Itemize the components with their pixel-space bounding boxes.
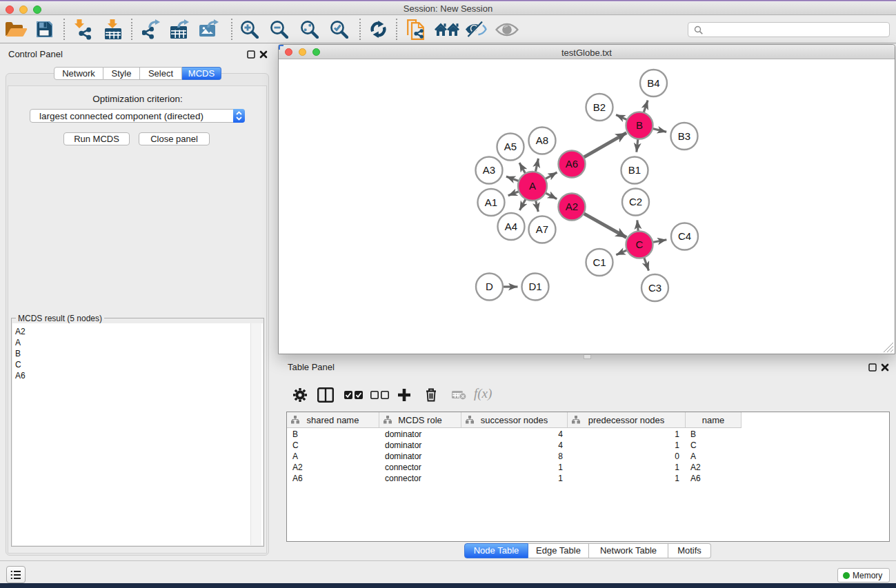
svg-text:C3: C3 — [648, 282, 661, 294]
svg-text:A5: A5 — [504, 141, 517, 152]
svg-text:C: C — [636, 239, 644, 250]
svg-text:D1: D1 — [528, 281, 541, 292]
svg-text:B3: B3 — [678, 130, 690, 142]
svg-text:A: A — [529, 180, 536, 192]
svg-text:A8: A8 — [536, 134, 548, 146]
svg-text:A4: A4 — [505, 221, 517, 232]
svg-text:B1: B1 — [628, 164, 641, 176]
svg-text:A7: A7 — [536, 223, 548, 235]
svg-text:B2: B2 — [593, 101, 606, 113]
svg-text:A1: A1 — [485, 196, 497, 208]
svg-text:B: B — [636, 119, 643, 131]
svg-text:C1: C1 — [593, 256, 606, 268]
svg-text:C4: C4 — [678, 230, 691, 242]
svg-text:A3: A3 — [483, 164, 495, 176]
svg-text:A6: A6 — [566, 158, 578, 170]
svg-text:B4: B4 — [647, 77, 659, 89]
svg-text:A2: A2 — [566, 201, 578, 212]
svg-text:C2: C2 — [629, 196, 642, 207]
svg-text:D: D — [486, 281, 493, 292]
